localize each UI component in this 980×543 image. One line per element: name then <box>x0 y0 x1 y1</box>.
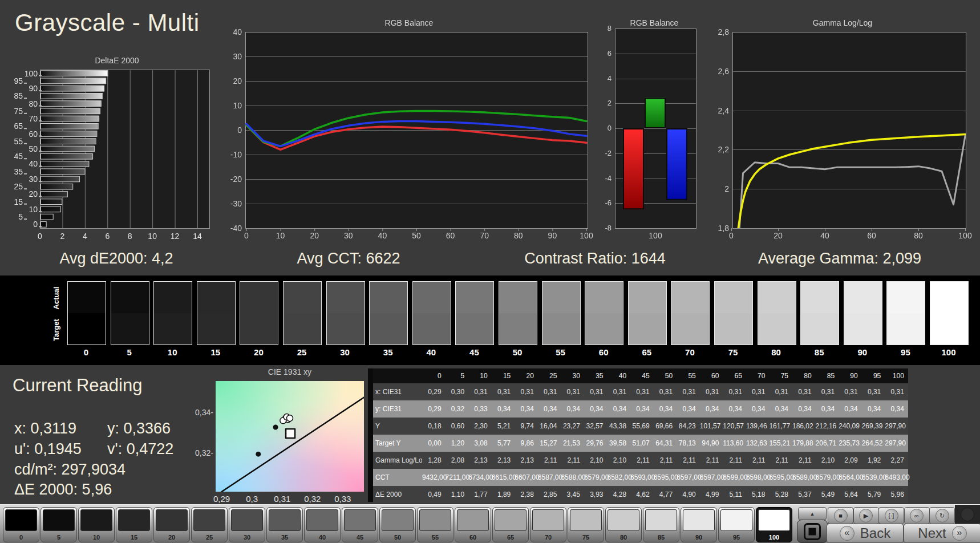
gray-patch-button-50[interactable]: 50 <box>379 507 416 542</box>
swatch-level-label: 85 <box>800 347 838 357</box>
patch-swatch <box>43 509 75 531</box>
level-up-button[interactable]: ▲ <box>798 507 827 520</box>
gray-patch-button-60[interactable]: 60 <box>455 507 491 542</box>
table-cell: 21,53 <box>561 435 584 452</box>
gray-patch-button-75[interactable]: 75 <box>568 507 604 542</box>
grayscale-swatch-35 <box>369 281 408 345</box>
table-row: Target Y0,001,203,085,779,8615,2721,5329… <box>373 435 908 452</box>
table-cell: 3,93 <box>584 486 608 503</box>
table-cell: 0,31 <box>630 383 654 400</box>
patch-swatch <box>344 509 376 531</box>
gray-patch-button-95[interactable]: 95 <box>718 507 755 542</box>
status-light-icon <box>961 508 974 521</box>
swatch-level-label: 100 <box>930 347 967 357</box>
table-row-label: Gamma Log/Log <box>373 452 422 469</box>
gray-patch-button-100[interactable]: 100 <box>756 507 792 542</box>
grayscale-swatch-70 <box>671 281 710 345</box>
table-cell: 6589,00 <box>792 469 816 486</box>
patch-label: 45 <box>342 534 378 541</box>
play-button[interactable]: ▶ <box>853 507 879 524</box>
table-cell: 4,28 <box>608 486 631 503</box>
table-cell: 0,34 <box>839 400 862 418</box>
gray-patch-button-0[interactable]: 0 <box>3 507 39 542</box>
gray-patch-button-5[interactable]: 5 <box>41 507 77 542</box>
patch-swatch <box>231 509 263 531</box>
cie-x-tick: 0,31 <box>274 494 290 504</box>
stop-button[interactable]: ■ <box>828 507 853 524</box>
table-cell: 3,08 <box>468 435 492 452</box>
table-row: Y0,180,602,305,219,7416,0423,2732,5743,3… <box>373 418 908 435</box>
next-button[interactable]: Next » <box>904 524 980 543</box>
grayscale-swatch-60 <box>585 281 623 345</box>
stop-icon: ■ <box>834 509 848 522</box>
grayscale-swatch-30 <box>326 281 365 345</box>
table-row-label: CCT <box>373 469 422 486</box>
cie-y-tick: 0,32- <box>192 448 213 457</box>
table-cell: 0,31 <box>677 383 700 400</box>
patch-label: 35 <box>267 534 302 541</box>
gray-patch-button-90[interactable]: 90 <box>681 507 717 542</box>
loop-button[interactable]: ↻ <box>929 507 955 524</box>
single-measure-button[interactable]: [·] <box>878 507 904 524</box>
grayscale-swatch-55 <box>542 281 581 345</box>
gray-patch-button-65[interactable]: 65 <box>492 507 529 542</box>
gray-patch-button-30[interactable]: 30 <box>229 507 265 542</box>
gray-patch-button-25[interactable]: 25 <box>191 507 228 542</box>
table-cell: 5,96 <box>885 486 908 503</box>
gray-patch-button-35[interactable]: 35 <box>266 507 303 542</box>
gray-patch-button-15[interactable]: 15 <box>116 507 152 542</box>
patch-label: 40 <box>305 534 340 541</box>
patch-label: 95 <box>719 534 754 541</box>
patch-swatch <box>683 509 715 531</box>
gray-patch-button-20[interactable]: 20 <box>153 507 190 542</box>
table-cell: 6607,00 <box>515 469 538 486</box>
table-cell: 0,31 <box>584 383 608 400</box>
patch-swatch <box>419 509 451 531</box>
table-cell: 120,57 <box>723 418 746 435</box>
table-cell: 0,31 <box>468 383 492 400</box>
gray-patch-button-80[interactable]: 80 <box>605 507 642 542</box>
table-cell: 0,34 <box>677 400 700 418</box>
table-cell: 0,34 <box>816 400 839 418</box>
table-cell: 1,89 <box>492 486 515 503</box>
table-cell: 1,20 <box>446 435 469 452</box>
cie-x-tick: 0,3 <box>246 494 258 504</box>
page-title: Grayscale - Multi <box>15 9 200 37</box>
gray-patch-button-40[interactable]: 40 <box>304 507 341 542</box>
gray-patch-button-70[interactable]: 70 <box>530 507 566 542</box>
table-column-header: 75 <box>769 368 792 383</box>
gray-patch-button-85[interactable]: 85 <box>643 507 679 542</box>
patch-label: 70 <box>531 534 566 541</box>
swatch-level-label: 60 <box>585 347 622 357</box>
grayscale-swatch-75 <box>714 281 753 345</box>
continuous-measure-button[interactable]: ∞ <box>904 507 930 524</box>
table-cell: 94,90 <box>700 435 723 452</box>
table-cell: 1,28 <box>422 452 446 469</box>
table-cell: 2,13 <box>492 452 515 469</box>
table-cell: 0,31 <box>608 383 631 400</box>
table-cell: 0,31 <box>769 383 792 400</box>
table-cell: 1,77 <box>468 486 492 503</box>
gray-patch-button-55[interactable]: 55 <box>417 507 453 542</box>
table-row: ΔE 20000,491,101,771,892,382,853,453,934… <box>373 486 908 503</box>
grayscale-swatch-85 <box>800 281 839 345</box>
gray-patch-button-45[interactable]: 45 <box>342 507 378 542</box>
gray-patch-button-10[interactable]: 10 <box>78 507 115 542</box>
table-cell: 0,34 <box>885 400 908 418</box>
swatch-level-label: 15 <box>197 347 234 357</box>
patch-swatch <box>532 509 564 531</box>
table-cell: 6593,00 <box>630 469 654 486</box>
table-column-header: 50 <box>654 368 677 383</box>
table-cell: 2,08 <box>446 452 469 469</box>
table-cell: 2,11 <box>630 452 654 469</box>
patch-label: 5 <box>41 534 76 541</box>
table-cell: 0,31 <box>723 383 746 400</box>
table-cell: 0,34 <box>746 400 770 418</box>
pattern-window-button[interactable] <box>797 520 828 543</box>
back-button[interactable]: « Back <box>827 524 904 543</box>
rgb-balance-line-chart <box>217 16 593 244</box>
patch-swatch <box>80 509 112 531</box>
table-cell: 0,30 <box>446 383 469 400</box>
grayscale-swatch-0 <box>67 281 106 345</box>
table-cell: 23,27 <box>561 418 584 435</box>
